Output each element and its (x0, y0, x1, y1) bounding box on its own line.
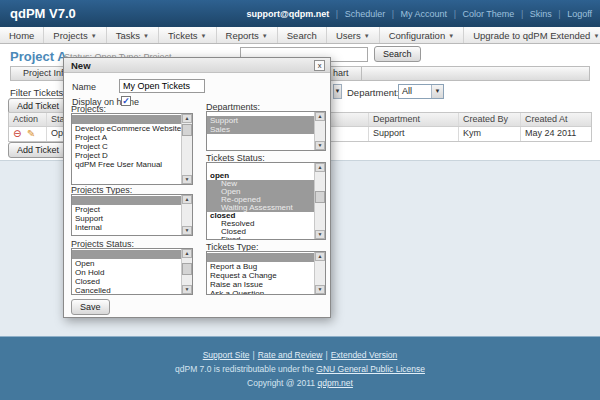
list-option[interactable]: Project A (72, 133, 181, 142)
scroll-down-icon[interactable]: ▼ (182, 226, 192, 235)
scroll-thumb[interactable] (182, 124, 192, 136)
projects-types-listbox[interactable]: Project Support Internal ▲ ▼ (71, 194, 193, 236)
column-header-created-at: Created At (521, 113, 591, 126)
scrollbar[interactable]: ▲ ▼ (314, 112, 325, 150)
scrollbar[interactable]: ▲ ▼ (314, 163, 325, 239)
new-filter-dialog: New x Name Display on home ✓ Projects: D… (63, 57, 331, 318)
add-ticket-button[interactable]: Add Ticket (8, 142, 68, 158)
scrollbar[interactable]: ▲ ▼ (181, 114, 192, 184)
chevron-down-icon: ▼ (201, 33, 207, 39)
tickets-type-listbox[interactable]: Report a Bug Request a Change Raise an I… (206, 251, 326, 295)
scroll-up-icon[interactable]: ▲ (315, 112, 325, 121)
scroll-down-icon[interactable]: ▼ (182, 175, 192, 184)
logoff-link[interactable]: Logoff (567, 9, 592, 19)
edit-icon[interactable]: ✎ (27, 128, 35, 139)
department-cell: Support (369, 127, 459, 141)
menu-reports[interactable]: Reports▼ (217, 27, 278, 43)
menu-upgrade[interactable]: Upgrade to qdPM Extended▼ (464, 27, 600, 43)
menu-projects[interactable]: Projects▼ (44, 27, 106, 43)
tickets-status-listbox[interactable]: open New Open Re-opened Waiting Assessme… (206, 162, 326, 240)
list-option[interactable]: Raise an Issue (207, 280, 314, 289)
rate-review-link[interactable]: Rate and Review (258, 350, 323, 360)
scroll-up-icon[interactable]: ▲ (315, 163, 325, 172)
tab-chart-fragment[interactable]: hart (333, 67, 362, 80)
list-option[interactable]: Support (72, 214, 181, 223)
scroll-up-icon[interactable]: ▲ (315, 252, 325, 261)
menu-home[interactable]: Home (0, 27, 44, 43)
projects-listbox[interactable]: Develop eCommerce Website Project A Proj… (71, 113, 193, 185)
scroll-down-icon[interactable]: ▼ (315, 141, 325, 150)
scroll-down-icon[interactable]: ▼ (182, 285, 192, 294)
column-header-action: Action (9, 113, 47, 126)
list-option[interactable]: Open (72, 259, 181, 268)
list-option[interactable]: Develop eCommerce Website (72, 124, 181, 133)
page-footer: Support Site|Rate and Review|Extended Ve… (0, 336, 600, 400)
hidden-select-fragment[interactable]: ▼ (333, 84, 342, 99)
menu-users[interactable]: Users▼ (327, 27, 380, 43)
list-option[interactable] (72, 196, 181, 205)
scroll-thumb[interactable] (315, 191, 325, 203)
name-input[interactable] (119, 79, 205, 93)
qdpm-app: qdPM V7.0 support@qdpm.net | Scheduler |… (0, 0, 600, 400)
color-theme-link[interactable]: Color Theme (463, 9, 515, 19)
department-label: Department: (347, 87, 399, 98)
list-option[interactable]: Support (207, 116, 314, 125)
dialog-title-bar[interactable]: New x (64, 58, 330, 73)
department-select[interactable]: All ▼ (398, 84, 444, 99)
menu-search[interactable]: Search (278, 27, 327, 43)
save-button[interactable]: Save (71, 299, 110, 315)
list-option[interactable]: qdPM Free User Manual (72, 160, 181, 169)
list-option[interactable] (207, 253, 314, 262)
created-by-cell: Kym (459, 127, 521, 141)
list-option[interactable]: Sales (207, 125, 314, 134)
my-account-link[interactable]: My Account (401, 9, 448, 19)
list-option[interactable]: Project (72, 205, 181, 214)
menu-configuration[interactable]: Configuration▼ (380, 27, 464, 43)
list-option[interactable]: On Hold (72, 268, 181, 277)
separator: | (521, 9, 523, 19)
list-option[interactable]: Internal (72, 223, 181, 232)
list-option[interactable]: Request a Change (207, 271, 314, 280)
footer-links: Support Site|Rate and Review|Extended Ve… (0, 350, 600, 360)
list-option[interactable]: Project D (72, 151, 181, 160)
departments-listbox[interactable]: Support Sales ▲ ▼ (206, 111, 326, 151)
scrollbar[interactable]: ▲ ▼ (181, 195, 192, 235)
created-at-cell: May 24 2011 (521, 127, 591, 141)
list-option[interactable]: Report a Bug (207, 262, 314, 271)
page-title: Project A (10, 49, 67, 64)
app-logo: qdPM V7.0 (10, 6, 76, 21)
extended-version-link[interactable]: Extended Version (331, 350, 398, 360)
close-icon[interactable]: x (314, 60, 325, 71)
support-site-link[interactable]: Support Site (203, 350, 250, 360)
list-option[interactable]: Closed (72, 277, 181, 286)
list-option[interactable] (72, 115, 181, 124)
scroll-thumb[interactable] (182, 263, 192, 275)
list-option[interactable]: Fixed (207, 236, 314, 240)
search-button[interactable]: Search (374, 46, 421, 62)
scroll-up-icon[interactable]: ▲ (182, 114, 192, 123)
scroll-down-icon[interactable]: ▼ (315, 285, 325, 294)
name-label: Name (72, 82, 96, 92)
delete-icon[interactable]: ⊖ (13, 128, 21, 139)
skins-link[interactable]: Skins (530, 9, 552, 19)
list-option[interactable]: Cancelled (72, 286, 181, 295)
menu-tasks[interactable]: Tasks▼ (107, 27, 159, 43)
projects-status-listbox[interactable]: Open On Hold Closed Cancelled Completely… (71, 248, 193, 295)
scrollbar[interactable]: ▲ ▼ (314, 252, 325, 294)
scheduler-link[interactable]: Scheduler (345, 9, 386, 19)
chevron-down-icon: ▼ (143, 33, 149, 39)
scrollbar[interactable]: ▲ ▼ (181, 249, 192, 294)
list-option[interactable] (72, 250, 181, 259)
menu-tickets[interactable]: Tickets▼ (159, 27, 217, 43)
list-option[interactable]: Project C (72, 142, 181, 151)
list-option[interactable]: Ask a Question (207, 289, 314, 295)
qdpm-net-link[interactable]: qdpm.net (317, 378, 352, 388)
footer-license: qdPM 7.0 is redistributable under the GN… (0, 364, 600, 374)
scroll-down-icon[interactable]: ▼ (315, 230, 325, 239)
scroll-up-icon[interactable]: ▲ (182, 249, 192, 258)
gnu-license-link[interactable]: GNU General Public License (316, 364, 425, 374)
display-on-home-checkbox[interactable]: ✓ (121, 96, 131, 106)
scroll-up-icon[interactable]: ▲ (182, 195, 192, 204)
user-email: support@qdpm.net (247, 9, 330, 19)
separator: | (558, 9, 560, 19)
